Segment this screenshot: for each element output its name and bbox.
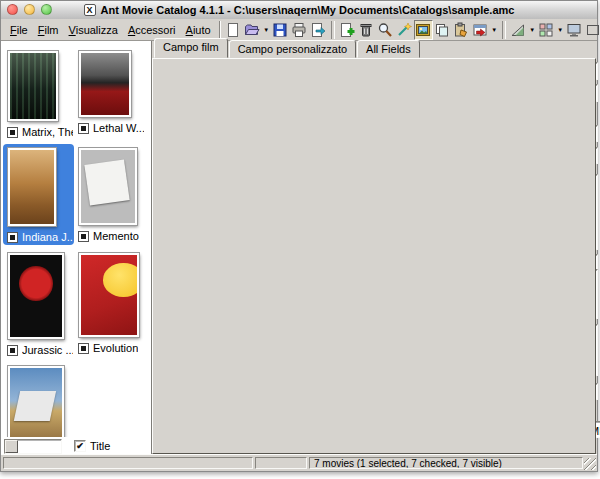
renumber-icon: [538, 22, 554, 38]
menu-film[interactable]: Film: [33, 22, 64, 38]
copy-button[interactable]: [433, 20, 452, 40]
toolbar-separator: [219, 21, 221, 39]
movie-checked-checkbox[interactable]: [7, 345, 18, 356]
import-dropdown-arrow-icon[interactable]: ▼: [490, 20, 499, 40]
renumber-button[interactable]: [537, 20, 556, 40]
window-title-text: Ant Movie Catalog 4.1.1 - C:\users\naqer…: [101, 4, 515, 16]
movie-title-label: Evolution: [93, 342, 138, 354]
copy-icon: [434, 22, 450, 38]
status-panel-1: [3, 457, 253, 469]
random-movie-icon: [396, 22, 412, 38]
lethal-poster-image[interactable]: [79, 51, 131, 117]
menu-accessori[interactable]: Accessori: [123, 22, 181, 38]
movie-list-item[interactable]: Indiana J...: [3, 144, 74, 245]
search-icon: [377, 22, 393, 38]
movie-title-label: Indiana J...: [22, 231, 73, 243]
delete-movie-button[interactable]: [357, 20, 376, 40]
window-title: X Ant Movie Catalog 4.1.1 - C:\users\naq…: [84, 4, 515, 16]
movie-checked-checkbox[interactable]: [78, 343, 89, 354]
save-catalog-button[interactable]: [271, 20, 290, 40]
movie-list-item[interactable]: Matrix, The: [3, 47, 74, 140]
renumber-dropdown-arrow-icon[interactable]: ▼: [556, 20, 565, 40]
movie-checked-checkbox[interactable]: [78, 231, 89, 242]
movie-title-label: Jurassic ...: [22, 344, 73, 356]
import-button[interactable]: [471, 20, 490, 40]
save-catalog-icon: [272, 22, 288, 38]
movie-checked-checkbox[interactable]: [7, 232, 18, 243]
detail-panel: Campo filmCampo personalizzatoAll Fields…: [152, 41, 597, 455]
show-title-label: Title: [90, 440, 110, 452]
movie-list-sidebar: Matrix, TheLethal W...Indiana J...Mement…: [1, 41, 152, 455]
border-icon: [585, 22, 600, 38]
menu-bar: FileFilmVisualizzaAccessoriAiuto: [5, 22, 216, 38]
status-panel-2: [255, 457, 307, 469]
movie-list-item[interactable]: Jurassic ...: [3, 249, 74, 358]
script-icon: [510, 22, 526, 38]
export-button[interactable]: [309, 20, 328, 40]
movie-title-label: Lethal W...: [93, 122, 144, 134]
close-button[interactable]: [7, 4, 18, 15]
menu-visualizza[interactable]: Visualizza: [64, 22, 123, 38]
toolbar-separator: [502, 21, 506, 39]
tab-all-fields[interactable]: All Fields: [357, 40, 420, 58]
resize-grip[interactable]: [584, 458, 596, 470]
movie-list-item[interactable]: Lethal W...: [74, 47, 145, 140]
movie-checked-checkbox[interactable]: [7, 127, 18, 138]
border-button[interactable]: [584, 20, 600, 40]
tab-campo-personalizzato[interactable]: Campo personalizzato: [229, 40, 356, 58]
memento-poster-image[interactable]: [79, 148, 137, 225]
taxi-poster-image[interactable]: [8, 366, 64, 448]
toolbar: ▼▼▼▼▼▼: [224, 20, 600, 40]
movie-title-label: Memento: [93, 230, 139, 242]
add-movie-icon: [339, 22, 355, 38]
movie-checked-checkbox[interactable]: [78, 123, 89, 134]
open-catalog-icon: [244, 22, 260, 38]
search-button[interactable]: [376, 20, 395, 40]
status-panel-3: 7 movies (1 selected, 7 checked, 7 visib…: [309, 457, 583, 469]
x11-app-icon: X: [84, 4, 96, 16]
delete-movie-icon: [358, 22, 374, 38]
minimize-button[interactable]: [24, 4, 35, 15]
menu-aiuto[interactable]: Aiuto: [181, 22, 216, 38]
indiana-poster-image[interactable]: [8, 148, 56, 226]
preview-button[interactable]: [565, 20, 584, 40]
screen: X Ant Movie Catalog 4.1.1 - C:\users\naq…: [0, 0, 600, 479]
script-button[interactable]: [509, 20, 528, 40]
movie-list-item[interactable]: Memento: [74, 144, 145, 245]
thumbnail-size-slider[interactable]: [4, 439, 62, 454]
movie-thumbnail-grid: Matrix, TheLethal W...Indiana J...Mement…: [1, 47, 149, 437]
new-catalog-icon: [225, 22, 241, 38]
show-title-checkbox[interactable]: ✔: [74, 440, 86, 452]
import-icon: [472, 22, 488, 38]
paste-icon: [453, 22, 469, 38]
jurassic-poster-image[interactable]: [8, 253, 64, 339]
show-pictures-icon: [415, 22, 431, 38]
script-dropdown-arrow-icon[interactable]: ▼: [528, 20, 537, 40]
menu-file[interactable]: File: [5, 22, 33, 38]
preview-icon: [566, 22, 582, 38]
add-movie-button[interactable]: [338, 20, 357, 40]
evolution-poster-image[interactable]: [79, 253, 139, 337]
paste-button[interactable]: [452, 20, 471, 40]
show-pictures-button[interactable]: [414, 20, 433, 40]
export-icon: [310, 22, 326, 38]
print-button[interactable]: [290, 20, 309, 40]
open-catalog-button[interactable]: [243, 20, 262, 40]
tab-campo-film[interactable]: Campo film: [154, 38, 228, 58]
status-bar: 7 movies (1 selected, 7 checked, 7 visib…: [1, 454, 597, 471]
title-bar[interactable]: X Ant Movie Catalog 4.1.1 - C:\users\naq…: [1, 1, 597, 20]
new-catalog-button[interactable]: [224, 20, 243, 40]
zoom-button[interactable]: [41, 4, 52, 15]
slider-thumb[interactable]: [5, 440, 18, 453]
app-window: X Ant Movie Catalog 4.1.1 - C:\users\naq…: [0, 0, 598, 472]
random-movie-button[interactable]: [395, 20, 414, 40]
menu-toolbar-row: FileFilmVisualizzaAccessoriAiuto ▼▼▼▼▼▼ …: [1, 19, 597, 41]
open-catalog-dropdown-arrow-icon[interactable]: ▼: [262, 20, 271, 40]
movie-list-item[interactable]: Evolution: [74, 249, 145, 358]
print-icon: [291, 22, 307, 38]
tab-bar: Campo filmCampo personalizzatoAll Fields: [154, 41, 597, 58]
movie-form-panel: [152, 58, 596, 454]
matrix-poster-image[interactable]: [8, 51, 58, 121]
window-controls: [7, 4, 52, 15]
movie-title-label: Matrix, The: [22, 126, 73, 138]
